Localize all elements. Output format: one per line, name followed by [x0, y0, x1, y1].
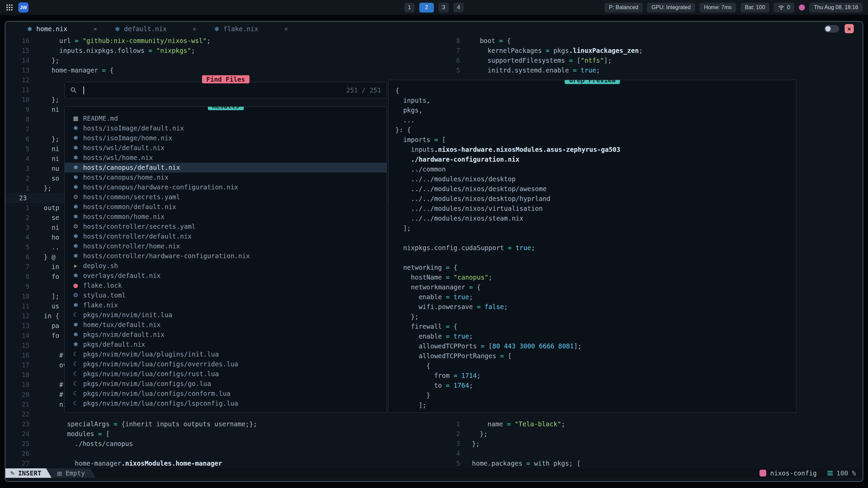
- preview-code-line: ../../modules/nixos/desktop/hyprland: [395, 194, 796, 204]
- finder-result-item[interactable]: ▦README.md: [65, 114, 387, 123]
- workspace-3[interactable]: 3: [438, 3, 449, 13]
- finder-result-item[interactable]: ❄hosts/canopus/home.nix: [65, 172, 387, 182]
- file-path: hosts/common/default.nix: [83, 202, 176, 212]
- apps-grid-icon[interactable]: [5, 3, 14, 12]
- tab-close-icon[interactable]: ×: [93, 25, 97, 33]
- preview-code-line: networking = {: [395, 263, 796, 272]
- file-path: hosts/canopus/hardware-configuration.nix: [83, 182, 238, 192]
- line-number: 8: [5, 115, 29, 124]
- finder-result-item[interactable]: ❄hosts/controller/hardware-configuration…: [65, 251, 387, 261]
- finder-result-item[interactable]: ⚙hosts/common/secrets.yaml: [65, 192, 387, 202]
- line-number: 26: [5, 449, 29, 459]
- finder-result-item[interactable]: ❄hosts/wsl/home.nix: [65, 153, 387, 163]
- finder-result-item[interactable]: ❄hosts/controller/default.nix: [65, 231, 387, 241]
- code-line: 13 home-manager = {: [5, 65, 393, 75]
- workspace-4[interactable]: 4: [453, 3, 463, 13]
- finder-result-item[interactable]: ▸deploy.sh: [65, 261, 387, 271]
- preview-code-line: ../../modules/nixos/steam.nix: [395, 214, 796, 223]
- window-close-button[interactable]: ×: [845, 24, 854, 33]
- finder-result-item[interactable]: ●flake.lock: [65, 281, 387, 290]
- line-number: 23: [5, 193, 29, 203]
- line-number: 9: [5, 282, 29, 291]
- file-path: README.md: [83, 114, 118, 123]
- power-profile-chip: P: Balanced: [605, 3, 643, 13]
- tab-close-icon[interactable]: ×: [284, 25, 288, 33]
- finder-result-item[interactable]: ❄hosts/controller/home.nix: [65, 241, 387, 251]
- finder-result-item[interactable]: ❄home/tux/default.nix: [65, 320, 387, 330]
- finder-result-item[interactable]: ❄pkgs/default.nix: [65, 340, 387, 349]
- tab-flake-nix[interactable]: ❄ flake.nix ×: [214, 25, 288, 33]
- preview-code-line: from = 1714;: [395, 371, 796, 381]
- file-path: flake.lock: [83, 281, 122, 290]
- finder-results-panel: Results ▦README.md❄hosts/isoImage/defaul…: [64, 106, 387, 413]
- mode-label: INSERT: [18, 469, 41, 477]
- finder-result-item[interactable]: ☾pkgs/nvim/nvim/init.lua: [65, 310, 387, 320]
- finder-search-input[interactable]: Find Files 251 / 251: [64, 82, 387, 98]
- finder-result-item[interactable]: ❄hosts/wsl/default.nix: [65, 143, 387, 153]
- finder-result-item[interactable]: ⚙stylua.toml: [65, 290, 387, 300]
- yaml-file-icon: ⚙: [72, 192, 80, 202]
- gpu-chip: GPU: Integrated: [647, 3, 695, 13]
- finder-result-item[interactable]: ❄overlays/default.nix: [65, 271, 387, 281]
- nix-file-icon: ❄: [72, 172, 80, 182]
- workspace-2[interactable]: 2: [419, 3, 434, 13]
- finder-result-item[interactable]: ⚙hosts/controller/secrets.yaml: [65, 222, 387, 231]
- line-number: 2: [5, 174, 29, 183]
- line-number: 16: [5, 36, 29, 46]
- tab-home-nix[interactable]: ❄ home.nix ×: [27, 25, 97, 33]
- top-bar: JW 1 2 3 4 P: Balanced GPU: Integrated H…: [0, 0, 868, 15]
- nix-file-icon: ❄: [72, 231, 80, 241]
- lua-file-icon: ☾: [72, 399, 80, 408]
- workspace-switcher: 1 2 3 4: [405, 0, 464, 15]
- line-number: 8: [393, 36, 460, 46]
- finder-result-item[interactable]: ☾pkgs/nvim/nvim/lua/configs/conform.lua: [65, 389, 387, 399]
- finder-result-item[interactable]: ❄flake.nix: [65, 300, 387, 310]
- yaml-file-icon: ⚙: [72, 222, 80, 231]
- finder-result-list: ▦README.md❄hosts/isoImage/default.nix❄ho…: [65, 114, 387, 408]
- finder-result-item[interactable]: ❄hosts/common/default.nix: [65, 202, 387, 212]
- line-number: 3: [393, 439, 460, 449]
- line-number: 4: [5, 154, 29, 164]
- preview-code-line: ];: [395, 400, 796, 410]
- nix-file-icon: ❄: [72, 123, 80, 133]
- code-line: 7 kernelPackages = pkgs.linuxPackages_ze…: [393, 46, 863, 56]
- tab-label: default.nix: [124, 25, 167, 33]
- preview-title-badge: Grep Preview: [565, 80, 620, 84]
- code-line: 5home.packages = with pkgs; [: [393, 459, 863, 468]
- finder-result-item[interactable]: ☾pkgs/nvim/nvim/lua/configs/rust.lua: [65, 369, 387, 379]
- tab-close-icon[interactable]: ×: [193, 25, 197, 33]
- nix-file-icon: ❄: [72, 320, 80, 330]
- line-number: 21: [5, 400, 29, 409]
- lua-file-icon: ☾: [72, 389, 80, 399]
- nix-icon: ❄: [214, 25, 219, 33]
- finder-result-item[interactable]: ❄hosts/isoImage/home.nix: [65, 133, 387, 143]
- finder-result-item[interactable]: ☾pkgs/nvim/nvim/lua/configs/overrides.lu…: [65, 359, 387, 369]
- workspace-1[interactable]: 1: [405, 3, 415, 13]
- finder-result-item[interactable]: ❄hosts/canopus/default.nix: [65, 163, 387, 172]
- tab-default-nix[interactable]: ❄ default.nix ×: [115, 25, 197, 33]
- finder-result-item[interactable]: ❄pkgs/nvim/default.nix: [65, 330, 387, 340]
- file-path: home/tux/default.nix: [83, 320, 161, 330]
- line-number: 4: [393, 449, 460, 459]
- finder-result-item[interactable]: ❄hosts/isoImage/default.nix: [65, 123, 387, 133]
- code-line: 2 };: [393, 429, 863, 439]
- finder-result-item[interactable]: ☾pkgs/nvim/nvim/lua/plugins/init.lua: [65, 349, 387, 359]
- nix-file-icon: ❄: [72, 202, 80, 212]
- wifi-icon: [778, 5, 784, 10]
- finder-result-item[interactable]: ☾pkgs/nvim/nvim/lua/configs/go.lua: [65, 379, 387, 389]
- titlebar-toggle[interactable]: [824, 25, 839, 33]
- line-number: 10: [5, 291, 29, 301]
- nix-file-icon: ❄: [72, 163, 80, 172]
- preview-code-line: enable = true;: [395, 331, 796, 341]
- tab-label: flake.nix: [223, 25, 258, 33]
- logo-badge[interactable]: JW: [18, 2, 28, 13]
- line-number: 5: [5, 144, 29, 154]
- indicator-dot-icon: [799, 4, 805, 11]
- finder-result-item[interactable]: ❄hosts/common/home.nix: [65, 212, 387, 222]
- file-path: hosts/common/home.nix: [83, 212, 164, 222]
- line-number: 9: [5, 105, 29, 115]
- clock: Thu Aug 08, 18:16: [809, 3, 863, 13]
- finder-result-item[interactable]: ☾pkgs/nvim/nvim/lua/configs/lspconfig.lu…: [65, 399, 387, 408]
- preview-code-line: firewall = {: [395, 322, 796, 331]
- finder-result-item[interactable]: ❄hosts/canopus/hardware-configuration.ni…: [65, 182, 387, 192]
